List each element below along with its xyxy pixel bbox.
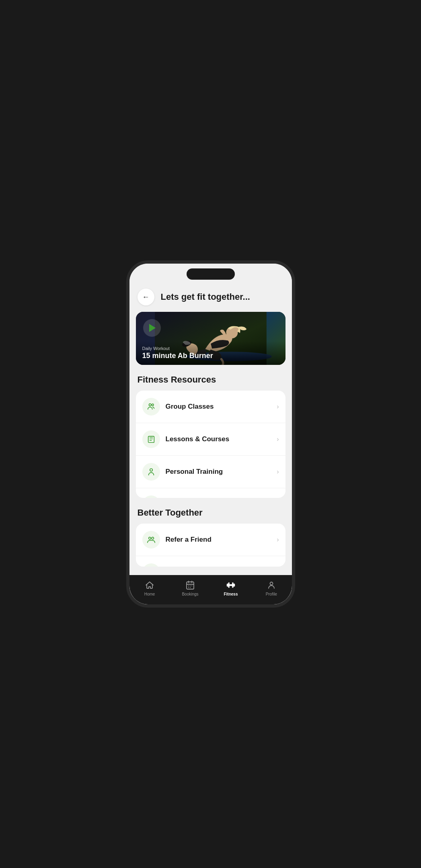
fitness-resources-list: Group Classes › Lessons & Courses › xyxy=(136,391,285,498)
screen: ← Lets get fit together... xyxy=(129,264,292,575)
personal-training-chevron: › xyxy=(277,468,279,475)
bottom-spacer xyxy=(129,570,292,575)
better-together-list: Refer a Friend › Work for Us › xyxy=(136,524,285,566)
group-classes-icon xyxy=(147,402,156,411)
work-for-us-icon-circle xyxy=(142,563,160,566)
back-button[interactable]: ← xyxy=(138,289,154,305)
home-workouts-icon-circle xyxy=(142,495,160,498)
profile-nav-label: Profile xyxy=(266,592,277,596)
nav-item-home[interactable]: Home xyxy=(138,580,162,596)
list-item-home-workouts[interactable]: Home Workouts › xyxy=(136,488,285,498)
page-title: Lets get fit together... xyxy=(161,292,250,302)
group-classes-label: Group Classes xyxy=(166,403,277,411)
lessons-courses-chevron: › xyxy=(277,436,279,443)
profile-nav-icon xyxy=(266,580,277,590)
personal-training-icon xyxy=(147,467,156,476)
svg-point-8 xyxy=(148,537,151,540)
svg-point-6 xyxy=(150,469,152,471)
video-caption: Daily Workout 15 minute Ab Burner xyxy=(136,341,285,365)
svg-rect-12 xyxy=(229,584,232,585)
lessons-courses-icon-circle xyxy=(142,430,160,448)
video-title: 15 minute Ab Burner xyxy=(142,352,279,360)
home-nav-icon xyxy=(144,580,155,590)
nav-item-profile[interactable]: Profile xyxy=(259,580,283,596)
better-together-heading: Better Together xyxy=(129,508,292,524)
refer-friend-icon xyxy=(147,535,156,544)
list-item-work-for-us[interactable]: Work for Us › xyxy=(136,556,285,566)
svg-point-15 xyxy=(270,582,273,585)
bottom-nav: Home Bookings Fitness xyxy=(129,575,292,604)
list-item-personal-training[interactable]: Personal Training › xyxy=(136,456,285,488)
fitness-nav-label: Fitness xyxy=(224,592,238,596)
list-item-refer-friend[interactable]: Refer a Friend › xyxy=(136,524,285,556)
svg-point-9 xyxy=(151,537,154,540)
svg-point-5 xyxy=(152,404,154,406)
back-arrow-icon: ← xyxy=(142,293,150,301)
list-item-group-classes[interactable]: Group Classes › xyxy=(136,391,285,423)
refer-friend-chevron: › xyxy=(277,536,279,543)
home-nav-label: Home xyxy=(144,592,155,596)
refer-friend-icon-circle xyxy=(142,531,160,549)
svg-rect-14 xyxy=(233,584,235,587)
video-subtitle: Daily Workout xyxy=(142,346,279,351)
list-item-lessons-courses[interactable]: Lessons & Courses › xyxy=(136,423,285,456)
play-button[interactable] xyxy=(143,319,161,337)
header: ← Lets get fit together... xyxy=(129,284,292,312)
bookings-nav-label: Bookings xyxy=(182,592,198,596)
svg-point-4 xyxy=(149,404,151,406)
personal-training-icon-circle xyxy=(142,463,160,481)
lessons-courses-icon xyxy=(147,435,156,444)
phone-notch xyxy=(187,268,235,280)
group-classes-icon-circle xyxy=(142,398,160,416)
refer-friend-label: Refer a Friend xyxy=(166,536,277,544)
lessons-courses-label: Lessons & Courses xyxy=(166,435,277,443)
fitness-nav-icon xyxy=(226,580,236,590)
nav-item-bookings[interactable]: Bookings xyxy=(178,580,202,596)
svg-rect-13 xyxy=(227,584,228,587)
personal-training-label: Personal Training xyxy=(166,468,277,476)
nav-item-fitness[interactable]: Fitness xyxy=(219,580,243,596)
play-icon xyxy=(149,324,156,332)
group-classes-chevron: › xyxy=(277,403,279,410)
fitness-resources-heading: Fitness Resources xyxy=(129,375,292,391)
video-card[interactable]: Daily Workout 15 minute Ab Burner xyxy=(136,312,285,365)
bookings-nav-icon xyxy=(185,580,195,590)
phone-frame: ← Lets get fit together... xyxy=(126,260,295,608)
